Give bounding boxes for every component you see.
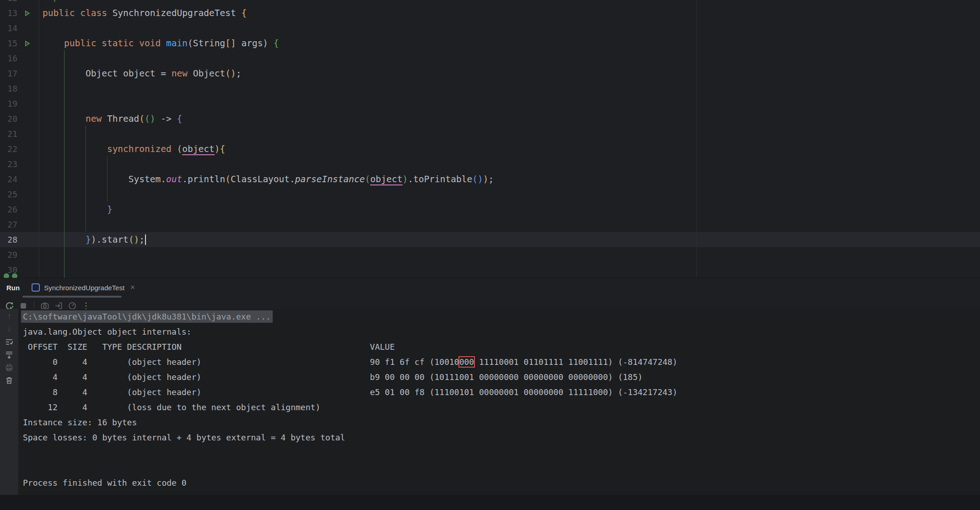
console-line[interactable]: OFFSET SIZE TYPE DESCRIPTION VALUE	[23, 339, 980, 354]
code-line-15[interactable]: public static void main(String[] args) {	[0, 36, 980, 51]
code-line-20[interactable]: new Thread(() -> {	[0, 111, 980, 126]
run-header: Run SynchronizedUpgradeTest ×	[0, 278, 980, 297]
console-line[interactable]	[23, 460, 980, 475]
text-cursor	[145, 234, 146, 245]
code-lines: */public class SynchronizedUpgradeTest {…	[0, 0, 980, 277]
gutter-line[interactable]: 17	[0, 66, 39, 81]
line-number[interactable]: 15	[0, 36, 17, 51]
indent-guide-level1	[64, 50, 65, 278]
code-line-30[interactable]	[0, 262, 980, 277]
run-config-tab[interactable]: SynchronizedUpgradeTest ×	[32, 283, 135, 292]
lock-bits-red-box: 000	[459, 357, 474, 367]
gutter-line[interactable]: 21	[0, 126, 39, 141]
clear-trash-icon[interactable]	[5, 376, 14, 385]
editor-gutter[interactable]: 12131415161718192021222324252627282930	[0, 0, 39, 278]
run-gutter-icon[interactable]	[19, 36, 35, 51]
gutter-line[interactable]: 22	[0, 141, 39, 157]
console-line[interactable]: java.lang.Object object internals:	[23, 324, 980, 339]
line-number[interactable]: 26	[0, 202, 17, 217]
console-output[interactable]: C:\software\javaTool\jdk\jdk8u381\bin\ja…	[18, 309, 980, 510]
code-line-12[interactable]: */	[0, 0, 980, 5]
down-arrow-icon[interactable]: ↓	[5, 325, 14, 334]
gutter-icon-slot	[19, 141, 35, 157]
console-line[interactable]: Process finished with exit code 0	[23, 475, 980, 490]
gutter-line[interactable]: 27	[0, 217, 39, 232]
gutter-line[interactable]: 12	[0, 0, 39, 5]
line-number[interactable]: 14	[0, 21, 17, 36]
gutter-icon-slot	[19, 51, 35, 66]
gutter-icon-slot	[19, 187, 35, 202]
printer-icon[interactable]	[5, 363, 14, 372]
gutter-green-dot	[4, 273, 9, 278]
code-line-19[interactable]	[0, 96, 980, 111]
code-line-25[interactable]	[0, 187, 980, 202]
gutter-line[interactable]: 25	[0, 187, 39, 202]
bottom-edge	[0, 495, 980, 510]
code-line-27[interactable]	[0, 217, 980, 232]
line-number[interactable]: 23	[0, 157, 17, 172]
code-line-28[interactable]: }).start();	[0, 232, 980, 247]
tab-scrollbar-thumb[interactable]	[22, 296, 122, 298]
up-arrow-icon[interactable]: ↑	[5, 312, 14, 321]
gutter-icon-slot	[19, 96, 35, 111]
console-line[interactable]: 4 4 (object header) b9 00 00 00 (1011100…	[23, 369, 980, 385]
gutter-line[interactable]: 14	[0, 21, 39, 36]
gutter-line[interactable]: 18	[0, 81, 39, 96]
gutter-line[interactable]: 13	[0, 5, 39, 21]
line-number[interactable]: 29	[0, 247, 17, 262]
line-number[interactable]: 20	[0, 111, 17, 126]
console-line[interactable]: 8 4 (object header) e5 01 00 f8 (1110010…	[23, 385, 980, 400]
code-line-29[interactable]	[0, 247, 980, 262]
indent-guide-level2	[86, 126, 86, 232]
gutter-line[interactable]: 15	[0, 36, 39, 51]
run-gutter-icon[interactable]	[19, 5, 35, 21]
code-line-24[interactable]: System.out.println(ClassLayout.parseInst…	[0, 172, 980, 187]
code-line-17[interactable]: Object object = new Object();	[0, 66, 980, 81]
gutter-line[interactable]: 24	[0, 172, 39, 187]
gutter-line[interactable]: 23	[0, 157, 39, 172]
line-number[interactable]: 24	[0, 172, 17, 187]
console-left-toolbar: ↑ ↓	[0, 309, 18, 495]
line-number[interactable]: 17	[0, 66, 17, 81]
console-line[interactable]: 0 4 (object header) 90 f1 6f cf (1001000…	[23, 354, 980, 369]
code-line-18[interactable]	[0, 81, 980, 96]
line-number[interactable]: 22	[0, 141, 17, 157]
code-line-13[interactable]: public class SynchronizedUpgradeTest {	[0, 5, 980, 21]
code-line-14[interactable]	[0, 21, 980, 36]
gutter-green-dot	[12, 273, 17, 278]
code-line-21[interactable]	[0, 126, 980, 141]
gutter-icon-slot	[19, 21, 35, 36]
line-number[interactable]: 25	[0, 187, 17, 202]
line-number[interactable]: 16	[0, 51, 17, 66]
soft-wrap-icon[interactable]	[5, 337, 14, 347]
gutter-line[interactable]: 16	[0, 51, 39, 66]
code-line-22[interactable]: synchronized (object){	[0, 141, 980, 157]
line-number[interactable]: 19	[0, 96, 17, 111]
code-line-26[interactable]: }	[0, 202, 980, 217]
gutter-line[interactable]: 26	[0, 202, 39, 217]
console-line[interactable]: Space losses: 0 bytes internal + 4 bytes…	[23, 430, 980, 445]
line-number[interactable]: 13	[0, 5, 17, 21]
line-number[interactable]: 28	[0, 232, 17, 247]
gutter-line[interactable]: 29	[0, 247, 39, 262]
line-number[interactable]: 27	[0, 217, 17, 232]
gutter-icon-slot	[19, 111, 35, 126]
console-line[interactable]: C:\software\javaTool\jdk\jdk8u381\bin\ja…	[23, 309, 980, 324]
console-line[interactable]: Instance size: 16 bytes	[23, 415, 980, 430]
console-line[interactable]: 12 4 (loss due to the next object alignm…	[23, 400, 980, 415]
tab-close-icon[interactable]: ×	[130, 283, 135, 292]
gutter-icon-slot	[19, 247, 35, 262]
line-number[interactable]: 18	[0, 81, 17, 96]
code-line-23[interactable]	[0, 157, 980, 172]
gutter-line[interactable]: 20	[0, 111, 39, 126]
code-line-16[interactable]	[0, 51, 980, 66]
code-editor[interactable]: */public class SynchronizedUpgradeTest {…	[0, 0, 980, 278]
gutter-line[interactable]: 19	[0, 96, 39, 111]
line-number[interactable]: 12	[0, 0, 17, 5]
gutter-icon-slot	[19, 232, 35, 247]
console-line[interactable]	[23, 445, 980, 460]
indent-guide-level3	[107, 156, 108, 201]
line-number[interactable]: 21	[0, 126, 17, 141]
scroll-to-end-icon[interactable]	[5, 350, 14, 359]
gutter-line[interactable]: 28	[0, 232, 39, 247]
